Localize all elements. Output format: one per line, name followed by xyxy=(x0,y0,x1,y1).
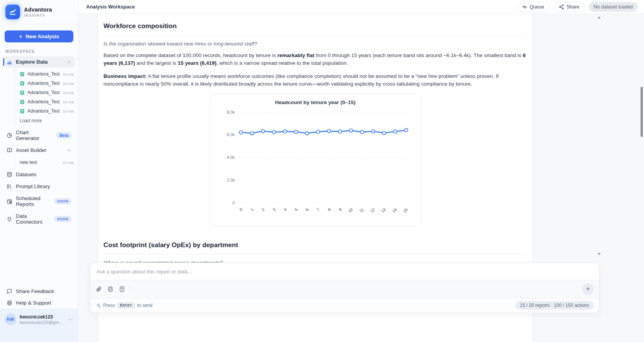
help-support-button[interactable]: Help & Support xyxy=(3,297,75,308)
chat-composer: Press Enter to send 15 / 20 reports · 10… xyxy=(90,263,600,313)
life-buoy-icon xyxy=(7,300,12,306)
file-date: 18 mar xyxy=(63,109,74,113)
svg-text:10: 10 xyxy=(347,207,353,214)
sidebar-footer: Share Feedback Help & Support KW kwoznic… xyxy=(0,285,78,342)
plug-icon xyxy=(7,216,12,222)
usage-quota-badge: 15 / 20 reports · 100 / 150 actions xyxy=(515,301,594,310)
svg-text:7: 7 xyxy=(315,207,320,212)
avatar: KW xyxy=(5,313,16,325)
file-item[interactable]: Advantora_Test_Fin... 18 mar xyxy=(19,97,75,106)
enter-key-badge: Enter xyxy=(117,302,135,308)
share-label: Share xyxy=(566,4,579,10)
user-account[interactable]: KW kwozniczek123 kwozniczek123@gm... ⋯ xyxy=(0,309,78,342)
scrollbar-thumb[interactable] xyxy=(641,87,643,137)
svg-text:1: 1 xyxy=(249,207,254,212)
sidebar-item-datasets[interactable]: Datasets xyxy=(3,169,75,180)
headcount-line-chart: 8.0k6.0k4.0k2.0k00123456789101112131415 xyxy=(212,105,420,221)
section-title-cost: Cost footprint (salary OpEx) by departme… xyxy=(103,241,527,249)
spreadsheet-file-icon xyxy=(20,72,25,77)
scroll-down-icon[interactable] xyxy=(598,253,601,255)
svg-text:13: 13 xyxy=(380,207,386,214)
chevron-down-icon xyxy=(67,148,71,153)
file-item[interactable]: Advantora_Test_Ge... 18 mar xyxy=(19,69,75,79)
book-icon xyxy=(7,147,12,153)
section-title-workforce: Workforce composition xyxy=(103,22,527,30)
svg-text:4.0k: 4.0k xyxy=(227,155,235,160)
svg-text:6.0k: 6.0k xyxy=(227,132,235,137)
attach-file-button[interactable] xyxy=(96,286,102,292)
send-button[interactable] xyxy=(582,283,594,295)
load-more-link[interactable]: Load more xyxy=(19,116,75,125)
page-title: Analysis Workspace xyxy=(86,4,135,10)
svg-text:6: 6 xyxy=(304,207,309,212)
share-icon xyxy=(559,4,564,10)
soon-badge: SOON xyxy=(54,198,71,204)
svg-text:12: 12 xyxy=(369,207,376,214)
share-feedback-button[interactable]: Share Feedback xyxy=(3,286,75,297)
sidebar-item-asset-builder[interactable]: Asset Builder xyxy=(3,145,75,156)
chat-footer: Press Enter to send 15 / 20 reports · 10… xyxy=(90,298,599,313)
file-item[interactable]: Advantora_Test_EC... 18 mar xyxy=(19,106,75,116)
svg-text:4: 4 xyxy=(282,207,287,212)
workspace-label: WORKSPACE xyxy=(5,49,73,54)
sidebar-item-explore-data[interactable]: Explore Data xyxy=(3,56,75,67)
divider xyxy=(0,24,78,24)
chart-title: Headcount by tenure year (0–15) xyxy=(212,99,419,105)
active-indicator xyxy=(3,58,4,66)
arrow-up-icon xyxy=(585,286,591,292)
new-analysis-button[interactable]: + New Analysis xyxy=(5,30,73,42)
to-send-label: to send xyxy=(137,303,152,308)
sidebar-item-data-connectors[interactable]: Data Connectors SOON xyxy=(3,211,75,227)
user-menu-icon[interactable]: ⋯ xyxy=(68,316,73,322)
scroll-up-icon[interactable] xyxy=(598,16,601,19)
username: kwozniczek123 xyxy=(20,314,62,320)
svg-text:0: 0 xyxy=(238,207,243,212)
chart-card: Headcount by tenure year (0–15) 8.0k6.0k… xyxy=(209,94,422,226)
svg-text:8.0k: 8.0k xyxy=(227,110,235,115)
chat-bubble-icon xyxy=(7,288,12,294)
activity-icon xyxy=(522,4,527,10)
soon-badge: SOON xyxy=(54,216,71,222)
svg-text:2: 2 xyxy=(260,207,265,212)
file-date: 18 mar xyxy=(63,91,74,95)
dataset-status-badge: No dataset loaded xyxy=(589,2,638,12)
report-paragraph: Business impact: A flat tenure profile u… xyxy=(103,72,527,88)
attach-dataset-button[interactable] xyxy=(107,286,114,292)
sidebar-item-label: Asset Builder xyxy=(16,147,47,153)
file-item[interactable]: Advantora_Test_EC... 18 mar xyxy=(19,88,75,97)
queue-button[interactable]: Queue xyxy=(517,2,550,12)
asset-builder-children: new test 23 mar xyxy=(15,157,78,168)
help-support-label: Help & Support xyxy=(16,300,51,306)
sidebar-item-label: Chart Generator xyxy=(16,130,51,141)
beta-badge: Beta xyxy=(56,132,71,138)
spreadsheet-file-icon xyxy=(20,109,25,114)
brand-tagline: INSIGHTS xyxy=(24,13,52,17)
spreadsheet-file-icon xyxy=(20,81,25,86)
divider xyxy=(103,35,527,35)
sidebar-item-chart-generator[interactable]: Chart Generator Beta xyxy=(3,127,75,144)
user-email: kwozniczek123@gm... xyxy=(20,320,62,325)
file-name: Advantora_Test_EC... xyxy=(27,108,60,114)
section-question: Is the organization skewed toward new hi… xyxy=(103,41,527,47)
asset-item[interactable]: new test 23 mar xyxy=(19,158,75,167)
plus-icon: + xyxy=(19,34,22,40)
file-date: 18 mar xyxy=(63,72,74,76)
svg-text:8: 8 xyxy=(327,207,332,212)
chat-input[interactable] xyxy=(97,269,593,275)
sidebar-item-scheduled-reports[interactable]: Scheduled Reports SOON xyxy=(3,193,75,210)
advantora-logo-icon xyxy=(5,5,20,19)
file-name: Advantora_Test_Ge... xyxy=(27,81,60,86)
spreadsheet-file-icon xyxy=(20,99,25,104)
brand-name: Advantora xyxy=(24,7,52,13)
file-item[interactable]: Advantora_Test_Ge... 18 mar xyxy=(19,79,75,88)
template-doc-button[interactable] xyxy=(119,286,125,292)
svg-text:11: 11 xyxy=(358,207,364,213)
sidebar-item-prompt-library[interactable]: Prompt Library xyxy=(3,181,75,192)
sidebar-item-label: Scheduled Reports xyxy=(16,195,48,207)
main-area: Workforce composition Is the organizatio… xyxy=(78,14,644,342)
asset-date: 23 mar xyxy=(63,160,74,165)
svg-text:14: 14 xyxy=(391,207,398,214)
share-button[interactable]: Share xyxy=(553,2,585,12)
pie-chart-icon xyxy=(7,133,12,138)
sparkle-icon xyxy=(96,303,101,308)
